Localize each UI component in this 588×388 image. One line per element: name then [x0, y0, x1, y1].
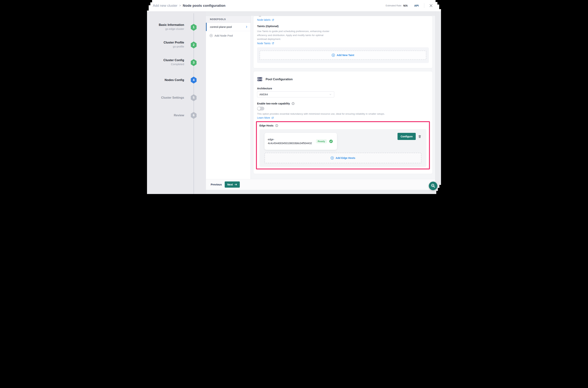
two-node-capability-toggle[interactable] [257, 107, 264, 110]
node-taints-link[interactable]: Node Taints [257, 42, 274, 45]
right-gutter [435, 11, 441, 194]
step-subtitle: gs-edge-cluster [148, 27, 184, 30]
step-subtitle: Completed [148, 63, 184, 66]
step-subtitle: gs-profile [148, 45, 184, 48]
taints-card: Node labels Taints (Optional) Use Taints… [253, 16, 433, 68]
toggle-knob [258, 107, 260, 110]
architecture-label: Architecture [257, 87, 429, 90]
chevron-down-icon [329, 93, 332, 96]
edge-host-row: edge-4c4c4544003450108033b6c04f504432 Re… [264, 133, 421, 150]
step-title: Nodes Config [148, 78, 184, 82]
main-content: Node labels Taints (Optional) Use Taints… [251, 16, 435, 179]
step-number-hexagon[interactable]: 5 [191, 94, 197, 101]
magnifier-smile-icon [431, 183, 436, 188]
taints-list-panel: Add New Taint [257, 47, 429, 63]
nodepool-item-control-plane-pool[interactable]: control-plane-pool [206, 23, 251, 31]
previous-button[interactable]: Previous [211, 183, 222, 186]
architecture-selected-value: AMD64 [259, 93, 268, 96]
configure-button[interactable]: Configure [398, 133, 416, 140]
page-title: Node pools configuration [183, 4, 226, 8]
chevron-right-icon [245, 25, 248, 28]
pool-configuration-title: Pool Configuration [266, 77, 293, 81]
trash-icon[interactable] [418, 135, 421, 138]
taints-description: Use Taints to guide pod scheduling prefe… [257, 29, 429, 41]
edge-hosts-label: Edge Hosts [259, 124, 273, 127]
next-button[interactable]: Next [225, 181, 240, 188]
step-title: Basic Information [148, 23, 184, 26]
step-number-hexagon[interactable]: 6 [191, 112, 197, 119]
plus-circle-icon [210, 34, 213, 37]
edge-hosts-highlight-box: Edge Hosts edge-4c4c4544003450108033b6c0… [256, 121, 430, 170]
two-node-capability-label: Enable two-node capability [257, 102, 290, 105]
step-title: Cluster Profile [148, 41, 184, 44]
arrow-right-icon [234, 183, 237, 186]
nodepools-panel: NODEPOOLS control-plane-pool Add Node Po… [206, 16, 251, 179]
step-number-hexagon[interactable]: 1 [191, 24, 197, 31]
plus-circle-icon [332, 53, 335, 57]
edge-hosts-panel: edge-4c4c4544003450108033b6c04f504432 Re… [259, 129, 426, 167]
edge-host-name: edge-4c4c4544003450108033b6c04f504432 [268, 138, 314, 145]
wizard-stepper-sidebar: Basic Information gs-edge-cluster 1 Clus… [147, 11, 206, 194]
add-edge-hosts-label: Add Edge Hosts [335, 156, 355, 159]
estimated-rate-label: Estimated Rate: [386, 4, 402, 7]
architecture-select[interactable]: AMD64 [257, 91, 334, 97]
step-number-hexagon[interactable]: 2 [191, 42, 197, 48]
status-badge: Ready [316, 139, 327, 144]
edge-host-card[interactable]: edge-4c4c4544003450108033b6c04f504432 Re… [264, 133, 337, 150]
header-divider [424, 3, 424, 8]
step-number-hexagon[interactable]: 3 [191, 59, 197, 66]
api-link[interactable]: API [414, 4, 419, 7]
add-new-taint-button[interactable]: Add New Taint [259, 50, 426, 60]
add-new-taint-label: Add New Taint [337, 54, 354, 57]
clipped-scrolled-content [259, 16, 261, 17]
node-labels-link[interactable]: Node labels [257, 18, 274, 21]
add-edge-hosts-button[interactable]: Add Edge Hosts [264, 153, 421, 163]
check-circle-icon [329, 139, 333, 143]
add-node-pool-button[interactable]: Add Node Pool [206, 31, 251, 40]
add-new-cluster-wizard: Add new cluster > Node pools configurati… [147, 0, 441, 194]
external-link-icon [271, 117, 274, 119]
info-icon[interactable] [292, 102, 295, 105]
stepper-rail [194, 13, 194, 194]
node-taints-link-label: Node Taints [257, 42, 271, 45]
nodepools-header: NODEPOOLS [206, 16, 251, 23]
estimated-rate-value: N/A [403, 4, 408, 7]
plus-circle-icon [330, 156, 334, 160]
info-icon[interactable] [275, 124, 278, 127]
breadcrumb-separator: > [179, 4, 181, 7]
step-title: Cluster Config [148, 58, 184, 62]
pool-configuration-card: Pool Configuration Architecture AMD64 En… [253, 71, 433, 174]
support-search-widget-button[interactable] [429, 182, 437, 190]
external-link-icon [272, 42, 274, 44]
step-title: Cluster Settings [148, 96, 184, 99]
two-node-description: This option provides essential redundanc… [257, 113, 429, 115]
server-stack-icon [257, 76, 262, 82]
breadcrumb-parent-link[interactable]: Add new cluster [153, 4, 177, 8]
step-title: Review [148, 114, 184, 117]
taints-section-title: Taints (Optional) [257, 24, 429, 28]
close-icon[interactable] [429, 4, 433, 8]
next-button-label: Next [227, 183, 233, 186]
wizard-footer: Previous Next [206, 179, 435, 190]
wizard-header: Add new cluster > Node pools configurati… [147, 0, 441, 11]
node-labels-link-label: Node labels [257, 18, 271, 21]
nodepool-name: control-plane-pool [210, 25, 232, 28]
add-node-pool-label: Add Node Pool [214, 34, 233, 37]
external-link-icon [272, 19, 274, 21]
learn-more-link[interactable]: Learn More [257, 116, 274, 119]
learn-more-label: Learn More [257, 116, 270, 119]
step-number-hexagon[interactable]: 4 [191, 77, 197, 84]
